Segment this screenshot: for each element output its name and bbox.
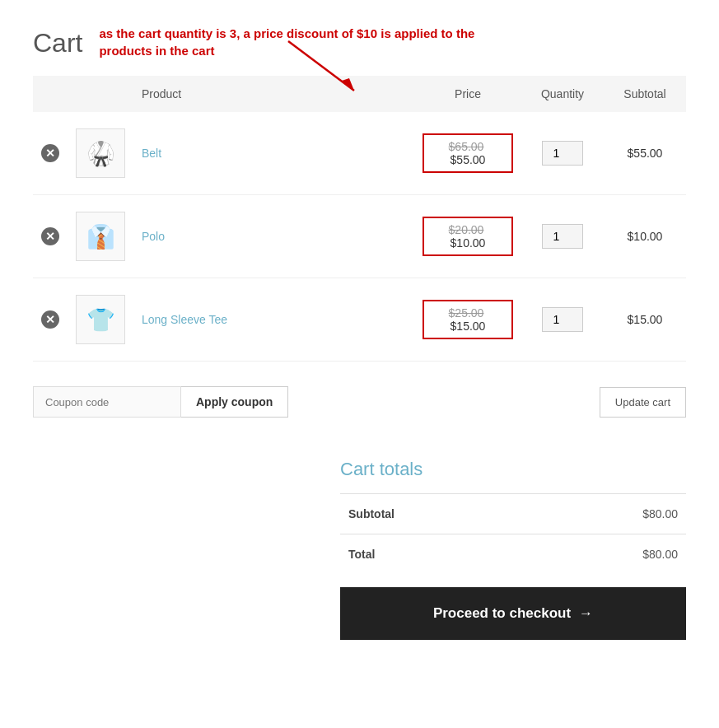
- price-cell-belt: $65.00 $55.00: [414, 112, 521, 195]
- subtotal-value-belt: $55.00: [628, 147, 663, 160]
- remove-cell: ✕: [33, 195, 68, 278]
- quantity-cell-polo: [521, 195, 604, 278]
- original-price-long-sleeve-tee: $25.00: [449, 306, 484, 320]
- original-price-polo: $20.00: [449, 223, 484, 236]
- remove-icon-belt: ✕: [41, 144, 59, 162]
- product-link-belt[interactable]: Belt: [142, 147, 161, 160]
- table-row: ✕ 🥋 Belt $65.00 $55.00 $55.00: [33, 112, 686, 195]
- remove-icon-long-sleeve-tee: ✕: [41, 310, 59, 329]
- subtotal-value: $80.00: [530, 494, 686, 534]
- price-highlight-long-sleeve-tee: $25.00 $15.00: [423, 300, 513, 339]
- product-name-cell-polo: Polo: [133, 195, 414, 278]
- product-link-long-sleeve-tee[interactable]: Long Sleeve Tee: [142, 313, 227, 326]
- subtotal-value-polo: $10.00: [628, 230, 663, 243]
- total-label: Total: [340, 534, 530, 575]
- discounted-price-polo: $10.00: [451, 236, 486, 250]
- subtotal-cell-polo: $10.00: [604, 195, 686, 278]
- price-highlight-belt: $65.00 $55.00: [423, 133, 513, 173]
- apply-coupon-button[interactable]: Apply coupon: [181, 386, 288, 418]
- discounted-price-long-sleeve-tee: $15.00: [451, 320, 486, 333]
- discounted-price-belt: $55.00: [451, 153, 486, 166]
- col-header-image: [68, 76, 133, 112]
- subtotal-value-long-sleeve-tee: $15.00: [628, 313, 663, 326]
- col-header-remove: [33, 76, 68, 112]
- quantity-cell-long-sleeve-tee: [521, 278, 604, 362]
- table-row: ✕ 👕 Long Sleeve Tee $25.00 $15.00 $15.00: [33, 278, 686, 362]
- svg-marker-1: [342, 78, 354, 91]
- quantity-cell-belt: [521, 112, 604, 195]
- product-image-long-sleeve-tee: 👕: [76, 295, 125, 344]
- subtotal-cell-belt: $55.00: [604, 112, 686, 195]
- original-price-belt: $65.00: [449, 140, 484, 153]
- col-header-price: Price: [414, 76, 521, 112]
- product-name-cell-long-sleeve-tee: Long Sleeve Tee: [133, 278, 414, 362]
- table-row: ✕ 👔 Polo $20.00 $10.00 $10.00: [33, 195, 686, 278]
- total-value: $80.00: [530, 534, 686, 575]
- col-header-quantity: Quantity: [521, 76, 604, 112]
- proceed-to-checkout-button[interactable]: Proceed to checkout →: [340, 587, 686, 640]
- subtotal-cell-long-sleeve-tee: $15.00: [604, 278, 686, 362]
- cart-totals-title: Cart totals: [340, 459, 686, 480]
- remove-cell: ✕: [33, 278, 68, 362]
- product-image-cell-belt: 🥋: [68, 112, 133, 195]
- cart-table: Product Price Quantity Subtotal ✕ 🥋 Belt: [33, 76, 686, 362]
- product-image-polo: 👔: [76, 212, 125, 261]
- product-image-cell-long-sleeve-tee: 👕: [68, 278, 133, 362]
- quantity-input-polo[interactable]: [542, 224, 583, 249]
- annotation-text: as the cart quantity is 3, a price disco…: [99, 25, 494, 59]
- price-cell-polo: $20.00 $10.00: [414, 195, 521, 278]
- quantity-input-belt[interactable]: [542, 141, 583, 166]
- annotation-arrow: [280, 33, 379, 99]
- product-link-polo[interactable]: Polo: [142, 230, 165, 243]
- product-image-belt: 🥋: [76, 128, 125, 178]
- totals-table: Subtotal $80.00 Total $80.00: [340, 493, 686, 574]
- coupon-input[interactable]: [33, 386, 181, 418]
- cart-totals-section: Cart totals Subtotal $80.00 Total $80.00…: [33, 459, 686, 640]
- product-name-cell-belt: Belt: [133, 112, 414, 195]
- remove-icon-polo: ✕: [41, 227, 59, 245]
- price-cell-long-sleeve-tee: $25.00 $15.00: [414, 278, 521, 362]
- update-cart-button[interactable]: Update cart: [600, 387, 686, 418]
- remove-cell: ✕: [33, 112, 68, 195]
- product-image-cell-polo: 👔: [68, 195, 133, 278]
- page-title: Cart: [33, 28, 82, 58]
- quantity-input-long-sleeve-tee[interactable]: [542, 307, 583, 332]
- remove-button-belt[interactable]: ✕: [41, 144, 59, 162]
- coupon-row: Apply coupon Update cart: [33, 378, 686, 426]
- subtotal-label: Subtotal: [340, 494, 530, 534]
- remove-button-long-sleeve-tee[interactable]: ✕: [41, 310, 59, 329]
- remove-button-polo[interactable]: ✕: [41, 227, 59, 245]
- price-highlight-polo: $20.00 $10.00: [423, 217, 513, 256]
- total-row: Total $80.00: [340, 534, 686, 575]
- subtotal-row: Subtotal $80.00: [340, 494, 686, 534]
- col-header-subtotal: Subtotal: [604, 76, 686, 112]
- svg-line-0: [288, 41, 354, 91]
